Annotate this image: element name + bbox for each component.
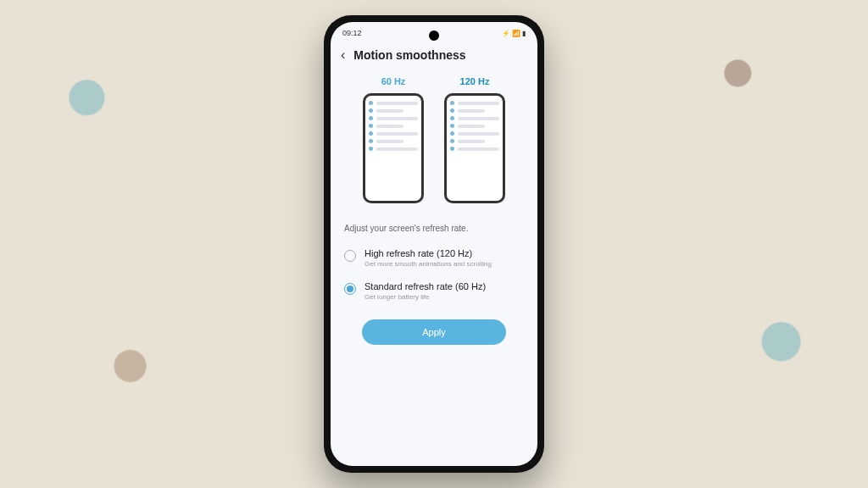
option-standard-sub: Get longer battery life: [364, 293, 524, 301]
preview-120hz-thumbnail: [444, 93, 505, 203]
preview-120hz-label: 120 Hz: [460, 76, 490, 86]
option-standard-refresh[interactable]: Standard refresh rate (60 Hz) Get longer…: [331, 274, 537, 308]
option-standard-title: Standard refresh rate (60 Hz): [364, 281, 524, 291]
preview-row: 60 Hz 120 Hz: [331, 76, 537, 217]
status-time: 09:12: [342, 29, 362, 37]
option-high-sub: Get more smooth animations and scrolling: [364, 260, 524, 268]
phone-screen: 09:12 ⚡ 📶 ▮ ‹ Motion smoothness 60 Hz: [331, 22, 537, 466]
option-standard-text: Standard refresh rate (60 Hz) Get longer…: [364, 281, 524, 301]
preview-60hz-thumbnail: [363, 93, 424, 203]
radio-high-icon[interactable]: [344, 250, 356, 262]
page-title: Motion smoothness: [353, 48, 465, 62]
back-icon[interactable]: ‹: [341, 47, 345, 63]
preview-120hz[interactable]: 120 Hz: [444, 76, 505, 203]
phone-frame: 09:12 ⚡ 📶 ▮ ‹ Motion smoothness 60 Hz: [324, 15, 544, 473]
camera-hole: [429, 30, 439, 41]
preview-60hz[interactable]: 60 Hz: [363, 76, 424, 203]
apply-button[interactable]: Apply: [362, 319, 507, 345]
section-description: Adjust your screen's refresh rate.: [331, 217, 537, 241]
preview-60hz-label: 60 Hz: [381, 76, 406, 86]
option-high-title: High refresh rate (120 Hz): [364, 248, 524, 258]
option-high-refresh[interactable]: High refresh rate (120 Hz) Get more smoo…: [331, 241, 537, 274]
status-icons: ⚡ 📶 ▮: [502, 30, 526, 37]
option-high-text: High refresh rate (120 Hz) Get more smoo…: [364, 248, 524, 268]
radio-standard-icon[interactable]: [344, 283, 356, 295]
page-header: ‹ Motion smoothness: [331, 41, 537, 76]
